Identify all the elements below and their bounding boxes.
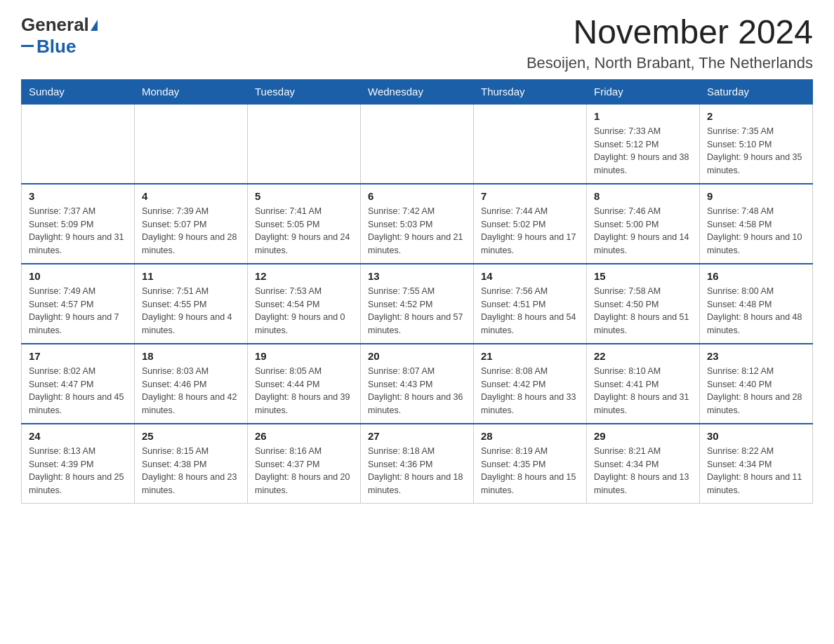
day-number: 22 [594, 350, 692, 362]
calendar-week-row: 1Sunrise: 7:33 AMSunset: 5:12 PMDaylight… [22, 104, 813, 184]
day-number: 21 [481, 350, 579, 362]
calendar-cell: 28Sunrise: 8:19 AMSunset: 4:35 PMDayligh… [474, 424, 587, 504]
calendar-cell: 9Sunrise: 7:48 AMSunset: 4:58 PMDaylight… [700, 184, 813, 264]
day-number: 6 [368, 190, 466, 202]
location-title: Besoijen, North Brabant, The Netherlands [527, 54, 813, 72]
calendar-cell [22, 104, 135, 184]
logo: General Blue [21, 14, 98, 58]
day-info: Sunrise: 7:35 AMSunset: 5:10 PMDaylight:… [707, 125, 805, 177]
day-number: 30 [707, 430, 805, 442]
day-info: Sunrise: 8:02 AMSunset: 4:47 PMDaylight:… [29, 365, 127, 417]
day-info: Sunrise: 8:00 AMSunset: 4:48 PMDaylight:… [707, 285, 805, 337]
day-number: 10 [29, 270, 127, 282]
day-info: Sunrise: 7:41 AMSunset: 5:05 PMDaylight:… [255, 205, 353, 257]
calendar-week-row: 3Sunrise: 7:37 AMSunset: 5:09 PMDaylight… [22, 184, 813, 264]
day-info: Sunrise: 8:16 AMSunset: 4:37 PMDaylight:… [255, 445, 353, 497]
day-info: Sunrise: 7:56 AMSunset: 4:51 PMDaylight:… [481, 285, 579, 337]
day-info: Sunrise: 8:18 AMSunset: 4:36 PMDaylight:… [368, 445, 466, 497]
day-info: Sunrise: 8:05 AMSunset: 4:44 PMDaylight:… [255, 365, 353, 417]
header: General Blue November 2024 Besoijen, Nor… [21, 14, 813, 72]
calendar-cell: 10Sunrise: 7:49 AMSunset: 4:57 PMDayligh… [22, 264, 135, 344]
day-number: 15 [594, 270, 692, 282]
calendar-cell: 18Sunrise: 8:03 AMSunset: 4:46 PMDayligh… [135, 344, 248, 424]
calendar-cell: 26Sunrise: 8:16 AMSunset: 4:37 PMDayligh… [248, 424, 361, 504]
calendar-cell [361, 104, 474, 184]
calendar-cell: 7Sunrise: 7:44 AMSunset: 5:02 PMDaylight… [474, 184, 587, 264]
day-number: 12 [255, 270, 353, 282]
column-header-saturday: Saturday [700, 79, 813, 104]
column-header-sunday: Sunday [22, 79, 135, 104]
day-number: 13 [368, 270, 466, 282]
calendar-cell: 14Sunrise: 7:56 AMSunset: 4:51 PMDayligh… [474, 264, 587, 344]
calendar-cell: 5Sunrise: 7:41 AMSunset: 5:05 PMDaylight… [248, 184, 361, 264]
calendar-cell: 6Sunrise: 7:42 AMSunset: 5:03 PMDaylight… [361, 184, 474, 264]
calendar-cell: 17Sunrise: 8:02 AMSunset: 4:47 PMDayligh… [22, 344, 135, 424]
logo-blue-text: Blue [37, 36, 76, 58]
calendar-cell: 4Sunrise: 7:39 AMSunset: 5:07 PMDaylight… [135, 184, 248, 264]
calendar-cell: 3Sunrise: 7:37 AMSunset: 5:09 PMDaylight… [22, 184, 135, 264]
calendar-cell: 11Sunrise: 7:51 AMSunset: 4:55 PMDayligh… [135, 264, 248, 344]
calendar-cell: 12Sunrise: 7:53 AMSunset: 4:54 PMDayligh… [248, 264, 361, 344]
title-area: November 2024 Besoijen, North Brabant, T… [527, 14, 813, 72]
day-info: Sunrise: 7:55 AMSunset: 4:52 PMDaylight:… [368, 285, 466, 337]
day-info: Sunrise: 8:13 AMSunset: 4:39 PMDaylight:… [29, 445, 127, 497]
calendar-cell: 1Sunrise: 7:33 AMSunset: 5:12 PMDaylight… [587, 104, 700, 184]
calendar-week-row: 10Sunrise: 7:49 AMSunset: 4:57 PMDayligh… [22, 264, 813, 344]
calendar-cell: 16Sunrise: 8:00 AMSunset: 4:48 PMDayligh… [700, 264, 813, 344]
calendar-cell: 22Sunrise: 8:10 AMSunset: 4:41 PMDayligh… [587, 344, 700, 424]
day-number: 19 [255, 350, 353, 362]
day-number: 11 [142, 270, 240, 282]
day-number: 3 [29, 190, 127, 202]
calendar-cell: 24Sunrise: 8:13 AMSunset: 4:39 PMDayligh… [22, 424, 135, 504]
day-info: Sunrise: 7:37 AMSunset: 5:09 PMDaylight:… [29, 205, 127, 257]
day-number: 4 [142, 190, 240, 202]
day-number: 29 [594, 430, 692, 442]
calendar-cell: 25Sunrise: 8:15 AMSunset: 4:38 PMDayligh… [135, 424, 248, 504]
day-info: Sunrise: 8:19 AMSunset: 4:35 PMDaylight:… [481, 445, 579, 497]
day-number: 28 [481, 430, 579, 442]
day-info: Sunrise: 7:53 AMSunset: 4:54 PMDaylight:… [255, 285, 353, 337]
logo-triangle-icon [91, 20, 98, 31]
logo-bar-icon [21, 45, 34, 47]
calendar-cell [135, 104, 248, 184]
day-info: Sunrise: 8:21 AMSunset: 4:34 PMDaylight:… [594, 445, 692, 497]
column-header-tuesday: Tuesday [248, 79, 361, 104]
day-info: Sunrise: 8:22 AMSunset: 4:34 PMDaylight:… [707, 445, 805, 497]
day-number: 7 [481, 190, 579, 202]
day-info: Sunrise: 8:10 AMSunset: 4:41 PMDaylight:… [594, 365, 692, 417]
day-number: 23 [707, 350, 805, 362]
calendar-cell: 2Sunrise: 7:35 AMSunset: 5:10 PMDaylight… [700, 104, 813, 184]
day-number: 16 [707, 270, 805, 282]
logo-general-text: General [21, 14, 89, 36]
day-number: 25 [142, 430, 240, 442]
day-info: Sunrise: 7:46 AMSunset: 5:00 PMDaylight:… [594, 205, 692, 257]
day-number: 2 [707, 110, 805, 122]
calendar-cell: 13Sunrise: 7:55 AMSunset: 4:52 PMDayligh… [361, 264, 474, 344]
day-info: Sunrise: 7:58 AMSunset: 4:50 PMDaylight:… [594, 285, 692, 337]
calendar-header-row: SundayMondayTuesdayWednesdayThursdayFrid… [22, 79, 813, 104]
calendar-cell: 23Sunrise: 8:12 AMSunset: 4:40 PMDayligh… [700, 344, 813, 424]
day-info: Sunrise: 7:42 AMSunset: 5:03 PMDaylight:… [368, 205, 466, 257]
day-info: Sunrise: 7:49 AMSunset: 4:57 PMDaylight:… [29, 285, 127, 337]
calendar-cell: 30Sunrise: 8:22 AMSunset: 4:34 PMDayligh… [700, 424, 813, 504]
calendar-cell [248, 104, 361, 184]
calendar-cell: 8Sunrise: 7:46 AMSunset: 5:00 PMDaylight… [587, 184, 700, 264]
day-info: Sunrise: 7:51 AMSunset: 4:55 PMDaylight:… [142, 285, 240, 337]
calendar-cell: 21Sunrise: 8:08 AMSunset: 4:42 PMDayligh… [474, 344, 587, 424]
day-number: 18 [142, 350, 240, 362]
calendar-week-row: 24Sunrise: 8:13 AMSunset: 4:39 PMDayligh… [22, 424, 813, 504]
column-header-monday: Monday [135, 79, 248, 104]
month-title: November 2024 [527, 14, 813, 51]
day-number: 27 [368, 430, 466, 442]
day-info: Sunrise: 8:08 AMSunset: 4:42 PMDaylight:… [481, 365, 579, 417]
day-number: 1 [594, 110, 692, 122]
calendar-cell [474, 104, 587, 184]
calendar-week-row: 17Sunrise: 8:02 AMSunset: 4:47 PMDayligh… [22, 344, 813, 424]
day-info: Sunrise: 8:07 AMSunset: 4:43 PMDaylight:… [368, 365, 466, 417]
calendar-cell: 15Sunrise: 7:58 AMSunset: 4:50 PMDayligh… [587, 264, 700, 344]
day-number: 20 [368, 350, 466, 362]
day-number: 9 [707, 190, 805, 202]
day-info: Sunrise: 8:15 AMSunset: 4:38 PMDaylight:… [142, 445, 240, 497]
day-number: 5 [255, 190, 353, 202]
day-number: 17 [29, 350, 127, 362]
